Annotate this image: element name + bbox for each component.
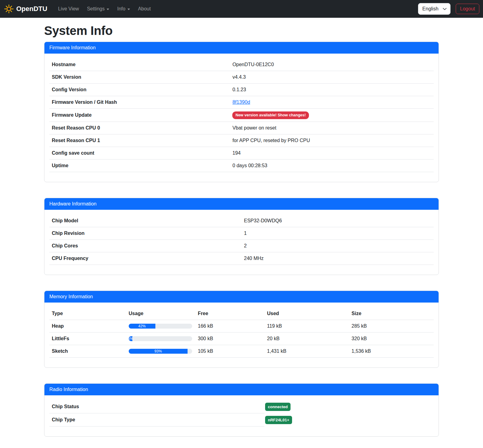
- row-label: Chip Model: [49, 215, 242, 227]
- table-row: Chip Cores 2: [49, 239, 434, 252]
- nav-item-label: About: [138, 6, 151, 12]
- git-hash-link[interactable]: 8f1390d: [232, 100, 250, 105]
- free-value: 105 kB: [196, 345, 265, 357]
- progress-label: 6%: [129, 337, 133, 341]
- caret-down-icon: [127, 9, 130, 10]
- chevron-down-icon: [443, 7, 447, 11]
- firmware-update-badge[interactable]: New version available! Show changes!: [232, 111, 309, 119]
- memory-card-body: Type Usage Free Used Size Heap 42%: [44, 303, 439, 367]
- progress-label: 42%: [138, 324, 146, 328]
- row-value: 1: [242, 227, 434, 239]
- row-label: Hostname: [49, 58, 230, 71]
- row-value: for APP CPU, reseted by PRO CPU: [230, 134, 434, 147]
- progress-track: 6%: [129, 336, 192, 341]
- memory-type: LittleFs: [49, 332, 126, 345]
- nav-item-info[interactable]: Info: [113, 4, 134, 14]
- row-value: v4.4.3: [230, 71, 434, 84]
- row-label: Chip Revision: [49, 227, 242, 239]
- table-row: CPU Frequency 240 MHz: [49, 252, 434, 265]
- used-value: 1,431 kB: [264, 345, 349, 357]
- brand-label: OpenDTU: [16, 5, 47, 13]
- table-row: Chip Model ESP32-D0WDQ6: [49, 215, 434, 227]
- row-label: Uptime: [49, 159, 230, 172]
- table-row: Config Version 0.1.23: [49, 84, 434, 96]
- row-label: SDK Version: [49, 71, 230, 84]
- nav-item-label: Settings: [87, 6, 105, 12]
- table-row: Uptime 0 days 00:28:53: [49, 159, 434, 172]
- main-content: System Info Firmware Information Hostnam…: [44, 24, 439, 448]
- usage-cell: 42%: [126, 320, 196, 332]
- row-label: Reset Reason CPU 1: [49, 134, 230, 147]
- row-label: Firmware Update: [49, 109, 230, 122]
- table-row: Hostname OpenDTU-0E12C0: [49, 58, 434, 71]
- memory-type: Heap: [49, 320, 126, 332]
- caret-down-icon: [107, 9, 109, 10]
- column-header-usage: Usage: [126, 307, 196, 320]
- navbar-right: English Logout: [418, 3, 479, 15]
- usage-cell: 6%: [126, 332, 196, 345]
- nav-item-live-view[interactable]: Live View: [54, 4, 83, 14]
- progress-label: 93%: [154, 349, 162, 353]
- row-value: Vbat power on reset: [230, 122, 434, 134]
- radio-rows: Chip Status connected Chip Type nRF24L01…: [49, 400, 434, 427]
- used-value: 119 kB: [264, 320, 349, 332]
- firmware-card-body: Hostname OpenDTU-0E12C0 SDK Version v4.4…: [44, 54, 439, 182]
- nav-item-label: Live View: [58, 6, 79, 12]
- table-row: Sketch 93% 105 kB 1,431 kB 1,536 kB: [49, 345, 434, 357]
- table-header-row: Type Usage Free Used Size: [49, 307, 434, 320]
- nav-links: Live View Settings Info About: [54, 4, 155, 14]
- row-value: nRF24L01+: [264, 413, 295, 427]
- row-value: ESP32-D0WDQ6: [242, 215, 434, 227]
- size-value: 320 kB: [349, 332, 434, 345]
- free-value: 300 kB: [196, 332, 265, 345]
- chip-type-badge: nRF24L01+: [265, 416, 292, 424]
- row-label: Config Version: [49, 84, 230, 96]
- sketch-usage-progress-bar: 93%: [129, 349, 188, 354]
- row-value: 240 MHz: [242, 252, 434, 265]
- hardware-card-header: Hardware Information: [44, 198, 439, 210]
- row-label: Chip Type: [49, 413, 264, 427]
- brand-logo[interactable]: OpenDTU: [4, 4, 47, 13]
- row-value: 194: [230, 147, 434, 159]
- column-header-used: Used: [264, 307, 349, 320]
- row-label: Firmware Version / Git Hash: [49, 96, 230, 109]
- top-navbar: OpenDTU Live View Settings Info About En…: [0, 0, 483, 18]
- table-row: Heap 42% 166 kB 119 kB 285 kB: [49, 320, 434, 332]
- row-value: connected: [264, 400, 293, 413]
- firmware-information-card: Firmware Information Hostname OpenDTU-0E…: [44, 42, 439, 182]
- row-label: Config save count: [49, 147, 230, 159]
- sun-icon: [4, 4, 13, 13]
- table-row: Firmware Update New version available! S…: [49, 109, 434, 122]
- memory-type: Sketch: [49, 345, 126, 357]
- progress-track: 93%: [129, 349, 192, 354]
- table-row: Reset Reason CPU 0 Vbat power on reset: [49, 122, 434, 134]
- table-row: Config save count 194: [49, 147, 434, 159]
- language-select[interactable]: English: [418, 3, 451, 15]
- memory-information-card: Memory Information Type Usage Free Used …: [44, 291, 439, 368]
- chip-status-badge: connected: [265, 403, 291, 411]
- nav-item-settings[interactable]: Settings: [83, 4, 113, 14]
- table-row: Chip Revision 1: [49, 227, 434, 239]
- heap-usage-progress-bar: 42%: [129, 324, 155, 329]
- progress-track: 42%: [129, 324, 192, 329]
- row-value: OpenDTU-0E12C0: [230, 58, 434, 71]
- hardware-information-card: Hardware Information Chip Model ESP32-D0…: [44, 198, 439, 275]
- row-label: Chip Cores: [49, 239, 242, 252]
- row-value: New version available! Show changes!: [230, 109, 434, 122]
- column-header-free: Free: [196, 307, 265, 320]
- size-value: 1,536 kB: [349, 345, 434, 357]
- table-row: Reset Reason CPU 1 for APP CPU, reseted …: [49, 134, 434, 147]
- table-row: SDK Version v4.4.3: [49, 71, 434, 84]
- row-label: Chip Status: [49, 400, 264, 413]
- logout-button[interactable]: Logout: [456, 4, 479, 14]
- radio-information-card: Radio Information Chip Status connected …: [44, 383, 439, 437]
- row-value: 0.1.23: [230, 84, 434, 96]
- row-label: Reset Reason CPU 0: [49, 122, 230, 134]
- size-value: 285 kB: [349, 320, 434, 332]
- hardware-card-body: Chip Model ESP32-D0WDQ6 Chip Revision 1 …: [44, 210, 439, 275]
- table-row: Chip Status connected: [49, 400, 434, 413]
- hardware-table: Chip Model ESP32-D0WDQ6 Chip Revision 1 …: [49, 215, 434, 265]
- page-title: System Info: [44, 24, 439, 38]
- nav-item-about[interactable]: About: [134, 4, 155, 14]
- nav-item-label: Info: [117, 6, 125, 12]
